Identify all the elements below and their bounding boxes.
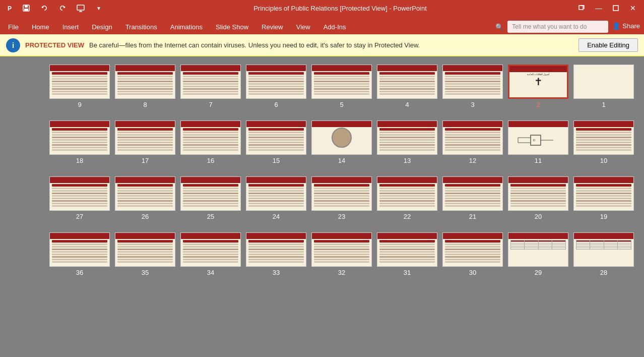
- slide-item-7[interactable]: 7: [180, 65, 241, 108]
- slide-number-20: 20: [535, 213, 542, 220]
- slide-thumb-35: [115, 232, 175, 267]
- slide-item-36[interactable]: 36: [49, 232, 110, 276]
- slide-item-25[interactable]: 25: [180, 176, 241, 220]
- slide-thumb-5: [311, 65, 372, 99]
- tab-transitions[interactable]: Transitions: [119, 19, 163, 34]
- slide-item-10[interactable]: 10: [573, 121, 634, 164]
- slide-item-13[interactable]: 13: [377, 121, 437, 164]
- slide-thumb-9: [49, 65, 110, 99]
- slide-item-23[interactable]: 23: [311, 176, 372, 220]
- tab-slideshow[interactable]: Slide Show: [210, 19, 254, 34]
- svg-rect-4: [24, 9, 28, 11]
- title-bar-right: — ✕: [574, 1, 640, 15]
- slide-grid: 9876543أصول العلاقات العامة✝211817161514…: [10, 65, 634, 276]
- slide-item-33[interactable]: 33: [246, 232, 306, 276]
- tab-file[interactable]: File: [2, 19, 25, 34]
- save-button[interactable]: [19, 1, 33, 15]
- slide-item-32[interactable]: 32: [311, 232, 372, 276]
- enable-editing-button[interactable]: Enable Editing: [578, 38, 638, 52]
- search-box[interactable]: Tell me what you want to do: [507, 21, 608, 33]
- slide-number-31: 31: [404, 269, 411, 276]
- slide-item-22[interactable]: 22: [377, 176, 437, 220]
- window-title: Principles of Public Relations [Protecte…: [106, 5, 574, 12]
- slide-item-20[interactable]: 20: [508, 176, 568, 220]
- slide-thumb-30: [442, 232, 503, 267]
- minimize-button[interactable]: —: [592, 1, 606, 15]
- slide-item-5[interactable]: 5: [311, 65, 372, 108]
- slide-number-26: 26: [142, 213, 149, 220]
- slide-number-8: 8: [143, 101, 147, 108]
- svg-rect-11: [613, 6, 618, 11]
- slide-item-34[interactable]: 34: [180, 232, 241, 276]
- slide-item-6[interactable]: 6: [246, 65, 306, 108]
- slide-item-26[interactable]: 26: [115, 176, 175, 220]
- slide-number-27: 27: [76, 213, 83, 220]
- slide-item-29[interactable]: 29: [508, 232, 568, 276]
- tab-design[interactable]: Design: [86, 19, 118, 34]
- slide-number-19: 19: [600, 213, 607, 220]
- slide-item-18[interactable]: 18: [49, 121, 110, 164]
- slide-item-11[interactable]: D 11: [508, 121, 568, 164]
- svg-rect-12: [531, 135, 541, 145]
- protected-label: PROTECTED VIEW: [25, 41, 84, 49]
- slide-thumb-10: [573, 121, 634, 155]
- slide-thumb-27: [49, 176, 110, 211]
- slide-item-28[interactable]: 28: [573, 232, 634, 276]
- slide-item-30[interactable]: 30: [442, 232, 503, 276]
- info-icon: i: [6, 38, 20, 52]
- slide-number-4: 4: [405, 101, 409, 108]
- slide-item-19[interactable]: 19: [573, 176, 634, 220]
- svg-rect-10: [579, 6, 583, 10]
- slide-item-35[interactable]: 35: [115, 232, 175, 276]
- redo-button[interactable]: [55, 1, 70, 15]
- slide-item-17[interactable]: 17: [115, 121, 175, 164]
- tab-review[interactable]: Review: [255, 19, 289, 34]
- slide-item-3[interactable]: 3: [442, 65, 503, 108]
- slide-number-32: 32: [338, 269, 345, 276]
- tab-insert[interactable]: Insert: [56, 19, 85, 34]
- slide-number-33: 33: [273, 269, 280, 276]
- slide-number-22: 22: [404, 213, 411, 220]
- slide-thumb-26: [115, 176, 175, 211]
- slide-item-2[interactable]: أصول العلاقات العامة✝2: [508, 65, 568, 108]
- presentation-button[interactable]: [74, 1, 88, 15]
- slide-thumb-32: [311, 232, 372, 267]
- slide-thumb-25: [180, 176, 241, 211]
- slide-number-30: 30: [469, 269, 476, 276]
- tab-addins[interactable]: Add-Ins: [317, 19, 352, 34]
- slide-number-11: 11: [535, 157, 542, 164]
- slide-thumb-4: [377, 65, 437, 99]
- dropdown-arrow[interactable]: ▼: [92, 1, 106, 15]
- slide-item-4[interactable]: 4: [377, 65, 437, 108]
- slide-thumb-19: [573, 176, 634, 211]
- slide-thumb-36: [49, 232, 110, 267]
- close-button[interactable]: ✕: [626, 1, 640, 15]
- slide-item-24[interactable]: 24: [246, 176, 306, 220]
- slide-item-15[interactable]: 15: [246, 121, 306, 164]
- slide-number-1: 1: [602, 101, 605, 108]
- slide-thumb-20: [508, 176, 568, 211]
- slide-number-2: 2: [536, 101, 540, 108]
- svg-rect-7: [77, 5, 84, 10]
- slide-thumb-8: [115, 65, 175, 99]
- slide-item-16[interactable]: 16: [180, 121, 241, 164]
- maximize-button[interactable]: [609, 1, 623, 15]
- slide-thumb-3: [442, 65, 503, 99]
- restore-down-button[interactable]: [574, 1, 589, 15]
- slide-item-8[interactable]: 8: [115, 65, 175, 108]
- tab-view[interactable]: View: [290, 19, 316, 34]
- tab-home[interactable]: Home: [26, 19, 55, 34]
- slide-item-9[interactable]: 9: [49, 65, 110, 108]
- undo-button[interactable]: [37, 1, 51, 15]
- slide-thumb-14: [311, 121, 372, 155]
- slide-item-1[interactable]: 1: [573, 65, 634, 108]
- slide-item-31[interactable]: 31: [377, 232, 437, 276]
- slide-item-14[interactable]: 14: [311, 121, 372, 164]
- slide-item-21[interactable]: 21: [442, 176, 503, 220]
- tab-animations[interactable]: Animations: [164, 19, 209, 34]
- slide-item-12[interactable]: 12: [442, 121, 503, 164]
- share-button[interactable]: 👤 Share: [612, 22, 640, 30]
- slide-thumb-2: أصول العلاقات العامة✝: [508, 65, 568, 99]
- slide-item-27[interactable]: 27: [49, 176, 110, 220]
- slide-number-28: 28: [600, 269, 607, 276]
